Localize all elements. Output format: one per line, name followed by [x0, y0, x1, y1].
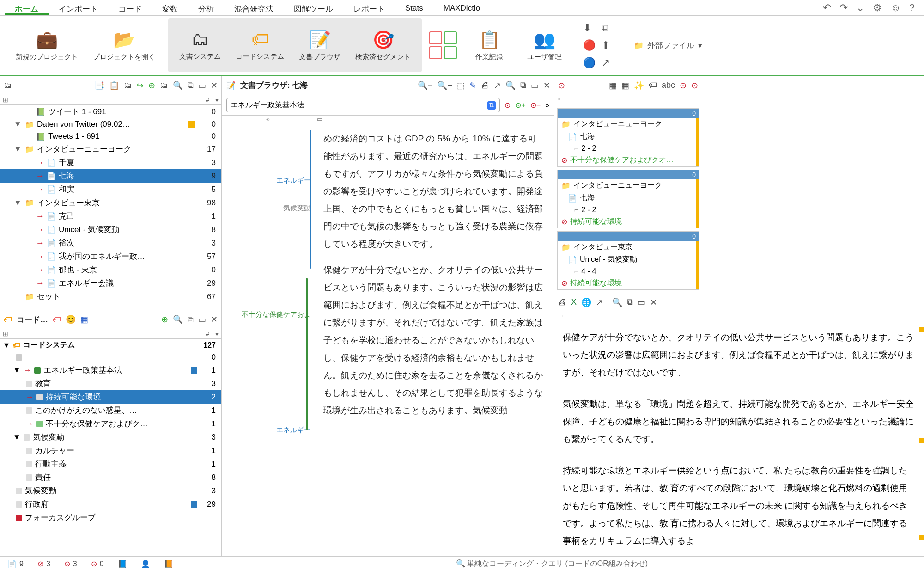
code-row[interactable]: フォーカスグループ: [0, 511, 221, 524]
doc-row[interactable]: →📄Unicef - 気候変動8: [0, 223, 221, 236]
blue-dot-icon[interactable]: 🔵: [583, 57, 596, 69]
target3-icon[interactable]: ⊙: [691, 80, 698, 91]
dropdown-icon[interactable]: ▾: [209, 330, 219, 338]
doc-row[interactable]: →📄我が国のエネルギー政…57: [0, 250, 221, 263]
redo-icon[interactable]: ↷: [839, 2, 848, 14]
code-row[interactable]: 教育3: [0, 377, 221, 390]
red-dot-icon[interactable]: 🔴: [583, 39, 596, 51]
badge-icon[interactable]: 🏷: [649, 80, 657, 90]
code-row[interactable]: 行動主義1: [0, 457, 221, 471]
menu-tab-code[interactable]: コード: [108, 0, 152, 15]
expand-icon[interactable]: »: [545, 101, 549, 110]
abc-icon[interactable]: abc: [662, 80, 675, 90]
doc-row[interactable]: →📄克己1: [0, 209, 221, 223]
code-row[interactable]: 気候変動3: [0, 484, 221, 497]
doc-row[interactable]: 📗Tweets 1 - 6910: [0, 130, 221, 142]
menu-tab-import[interactable]: インポート: [49, 0, 108, 15]
layout-grid-buttons[interactable]: [429, 31, 457, 59]
menu-tab-report[interactable]: レポート: [343, 0, 395, 15]
search-icon[interactable]: 🔍: [173, 314, 183, 325]
close-icon[interactable]: ✕: [650, 297, 657, 307]
tool-icon[interactable]: ↪: [137, 80, 144, 91]
code-row[interactable]: 0: [0, 351, 221, 363]
target-minus-icon[interactable]: ⊙−: [530, 101, 541, 110]
upload-icon[interactable]: ⬆: [602, 39, 614, 51]
tool-icon[interactable]: 🗂: [160, 80, 168, 90]
doc-row[interactable]: 📗ツイート 1 - 6910: [0, 105, 221, 118]
code-row[interactable]: →持続可能な環境2: [0, 390, 221, 404]
popout-icon[interactable]: ⧉: [627, 297, 633, 307]
tool-icon[interactable]: 📋: [109, 80, 119, 91]
close-icon[interactable]: ✕: [211, 314, 218, 325]
dropdown-icon[interactable]: ▾: [209, 96, 219, 104]
tool-icon[interactable]: 🗂: [124, 80, 132, 90]
doc-row[interactable]: →📄七海9: [0, 169, 221, 183]
code-root-row[interactable]: ▼ 🏷 コードシステム 127: [0, 339, 221, 351]
code-system-button[interactable]: 🏷 コードシステム: [230, 27, 290, 64]
doc-row[interactable]: 📁セット67: [0, 290, 221, 303]
target-icon[interactable]: ⊙: [558, 80, 565, 91]
menu-tab-home[interactable]: ホーム: [5, 0, 49, 15]
person-icon[interactable]: 👤: [141, 559, 150, 568]
edit2-icon[interactable]: ✎: [469, 80, 476, 91]
code-select[interactable]: エネルギー政策基本法 ⇅: [226, 98, 500, 112]
menu-tab-maxdictio[interactable]: MAXDictio: [433, 0, 490, 15]
doc-browser-button[interactable]: 📝 文書ブラウザ: [293, 27, 346, 64]
doc-row[interactable]: →📄裕次3: [0, 236, 221, 250]
help-icon[interactable]: ?: [909, 2, 915, 14]
work-log-button[interactable]: 📋 作業記録: [470, 27, 509, 64]
target2-icon[interactable]: ⊙: [680, 80, 687, 91]
reader-body[interactable]: 保健ケアが十分でないとか、クオリテイの低い公共サービスという問題もあります。こう…: [554, 322, 924, 556]
minimize-icon[interactable]: ▭: [531, 80, 539, 91]
smile-icon[interactable]: ☺: [890, 2, 900, 14]
doc-system-button[interactable]: 🗂 文書システム: [174, 27, 226, 64]
smile-icon[interactable]: 😊: [66, 314, 76, 325]
code-row[interactable]: ▼→エネルギー政策基本法1: [0, 363, 221, 377]
minimize-icon[interactable]: ▭: [198, 314, 206, 325]
menu-tab-analysis[interactable]: 分析: [188, 0, 224, 15]
tool-icon[interactable]: 📑: [94, 80, 104, 91]
wand-icon[interactable]: ✨: [634, 80, 644, 91]
doc-row[interactable]: →📄エネルギー会議29: [0, 276, 221, 290]
doc-text-area[interactable]: 1 めの経済的コストは GDP の 5% から 10% に達する可能性があります…: [314, 125, 554, 556]
zoom-in-icon[interactable]: 🔍+: [437, 80, 452, 91]
minimize-icon[interactable]: ▭: [198, 80, 206, 91]
docwin-icon[interactable]: 🗂: [4, 80, 12, 90]
searched-segments-button[interactable]: 🎯 検索済セグメント: [350, 27, 416, 64]
segment-card[interactable]: 0📁インタビュー東京📄Unicef - 気候変動⌐4 - 4⊘持続可能な環境: [557, 231, 699, 290]
doc-row[interactable]: ▼📁インタビューニューヨーク17: [0, 142, 221, 156]
close-icon[interactable]: ✕: [543, 80, 550, 91]
download-icon[interactable]: ⬇: [583, 22, 596, 34]
search-icon[interactable]: 🔍: [505, 80, 516, 91]
zoom-out-icon[interactable]: 🔍−: [418, 80, 433, 91]
code-row[interactable]: ▼気候変動3: [0, 430, 221, 444]
doc-row[interactable]: ▼📁Daten von Twitter (09.02…0: [0, 118, 221, 130]
percent-icon[interactable]: ⬚: [457, 80, 465, 91]
grid-icon[interactable]: ▦: [609, 80, 617, 91]
excel-icon[interactable]: X: [571, 297, 577, 307]
segment-card[interactable]: 0📁インタビューニューヨーク📄七海⌐2 - 2⊘持続可能な環境: [557, 170, 699, 228]
undo-icon[interactable]: ↶: [823, 2, 831, 14]
target-plus-icon[interactable]: ⊙+: [515, 101, 525, 110]
globe-icon[interactable]: 🌐: [581, 297, 591, 307]
code-row[interactable]: このかけがえのない惑星、…1: [0, 404, 221, 417]
close-icon[interactable]: ✕: [211, 80, 218, 91]
menu-tab-visual[interactable]: 図解ツール: [284, 0, 343, 15]
grid-icon[interactable]: ▦: [80, 314, 88, 325]
code-row[interactable]: カルチャー1: [0, 444, 221, 457]
doc-row[interactable]: ▼📁インタビュー東京98: [0, 196, 221, 209]
grid2-icon[interactable]: ▦: [621, 80, 629, 91]
segment-card[interactable]: 0📁インタビューニューヨーク📄七海⌐2 - 2⊘不十分な保健ケアおよびクオ…: [557, 108, 699, 167]
target-icon[interactable]: ⊙: [505, 101, 511, 110]
add-code-icon[interactable]: ⊕: [161, 314, 168, 325]
chevron-down-icon[interactable]: ⌄: [856, 2, 864, 14]
code-row[interactable]: →不十分な保健ケアおよびク…1: [0, 417, 221, 430]
doc-row[interactable]: →📄郁也 - 東京0: [0, 263, 221, 276]
gear-icon[interactable]: ⚙: [873, 2, 882, 14]
popout-icon[interactable]: ⧉: [520, 80, 526, 90]
minimize-icon[interactable]: ▭: [638, 297, 645, 307]
search-icon[interactable]: 🔍: [173, 80, 183, 91]
menu-tab-stats[interactable]: Stats: [395, 0, 433, 15]
doc-row[interactable]: →📄和実5: [0, 183, 221, 196]
user-mgmt-button[interactable]: 👥 ユーザ管理: [522, 27, 567, 64]
